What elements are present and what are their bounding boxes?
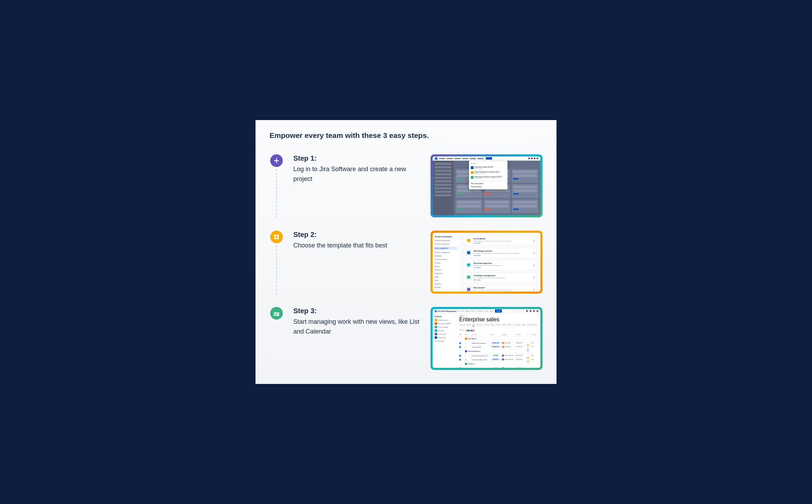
- project-icon: [471, 171, 474, 174]
- column-header[interactable]: Assignee: [502, 334, 514, 335]
- sidebar-project[interactable]: Email campaign: [435, 326, 454, 328]
- sidebar-project[interactable]: Infrastructure: [435, 333, 454, 335]
- svg-rect-14: [276, 313, 277, 314]
- nav-item[interactable]: Your work: [458, 310, 464, 312]
- nav-item[interactable]: Dashboards: [476, 310, 484, 312]
- sidebar-project[interactable]: Engineering: [435, 336, 454, 339]
- sidebar-item[interactable]: Work management: [434, 247, 457, 250]
- tab[interactable]: Summary: [459, 324, 465, 326]
- topbar-icon[interactable]: [533, 310, 535, 312]
- project-icon: [435, 329, 437, 332]
- sidebar-item[interactable]: Operations: [435, 273, 457, 274]
- sidebar-item[interactable]: Human resources: [435, 259, 457, 260]
- column-header[interactable]: Due date: [516, 334, 525, 335]
- sidebar-item[interactable]: Personal: [435, 269, 457, 271]
- sidebar-item[interactable]: Design: [435, 266, 457, 267]
- template-card[interactable]: Go-to-MarketConfidently go-to-market lau…: [463, 236, 537, 246]
- column-header[interactable]: Summary: [472, 334, 489, 335]
- template-link[interactable]: See details: [474, 242, 531, 244]
- tab[interactable]: Apps: [522, 324, 525, 326]
- tab[interactable]: Timeline: [484, 324, 489, 326]
- tab[interactable]: Calendar: [476, 324, 482, 326]
- topbar-icon[interactable]: [530, 310, 531, 312]
- create-project[interactable]: Create project: [471, 186, 506, 188]
- projects-dropdown[interactable]: RECENTSoftware Project (PLAT)Software pr…: [469, 161, 507, 189]
- nav-item[interactable]: Projects: [465, 310, 470, 312]
- step-title: Step 1:: [293, 154, 421, 162]
- template-icon: [466, 250, 471, 255]
- column-header[interactable]: Category: [531, 334, 538, 335]
- nav-item[interactable]: Filters: [471, 310, 475, 312]
- sidebar-item[interactable]: Product management: [435, 252, 457, 253]
- template-title: Web design process: [474, 250, 531, 252]
- sidebar-item[interactable]: Marketing: [435, 255, 457, 257]
- template-link[interactable]: See details: [474, 254, 531, 256]
- template-link[interactable]: See details: [474, 267, 531, 268]
- avatar: [502, 342, 504, 344]
- dropdown-item[interactable]: Software Project (PLAT)Software project: [471, 165, 506, 170]
- column-header[interactable]: Type: [459, 334, 463, 335]
- template-card[interactable]: Document approvalManage documents from c…: [463, 260, 537, 271]
- table-row[interactable]: 6Compare plansCONTACTINGMax Wang2021-08-…: [459, 345, 538, 349]
- avatar[interactable]: [472, 329, 475, 332]
- sidebar-title: Project templates: [435, 236, 457, 238]
- sidebar-project[interactable]: Recruitment pipeline: [435, 322, 454, 325]
- chevron-right-icon: [533, 289, 535, 291]
- group-row[interactable]: Max Wang 2: [459, 336, 538, 341]
- group-row[interactable]: Ca Tao 2: [459, 362, 538, 366]
- nav-item[interactable]: Apps: [490, 310, 493, 312]
- dropdown-item[interactable]: Marketing Software Support (MCS)Software…: [471, 175, 506, 180]
- topbar-icon[interactable]: [537, 310, 538, 312]
- column-header[interactable]: P: [526, 334, 530, 335]
- column-header[interactable]: Status: [491, 334, 500, 335]
- template-desc: Monitor candidates using kanban flow fro…: [474, 289, 531, 291]
- priority-icon: =: [526, 342, 528, 344]
- svg-rect-5: [277, 237, 279, 239]
- avatar: [465, 350, 467, 352]
- search-label[interactable]: Search: [459, 329, 464, 331]
- dropdown-header: RECENT: [471, 162, 506, 164]
- view-all-projects[interactable]: View all projects: [471, 182, 506, 184]
- search-input[interactable]: [510, 310, 524, 312]
- sidebar-item[interactable]: Service management: [435, 243, 457, 245]
- card-title: Empower every team with these 3 easy ste…: [270, 131, 542, 140]
- tab[interactable]: Issues: [502, 324, 506, 326]
- template-card[interactable]: Web design processGet designers and deve…: [463, 248, 537, 258]
- template-card[interactable]: Campaign managementDrive a marketing cam…: [463, 272, 537, 283]
- table-row[interactable]: 15Expand edit handlingTO DOCa Tao2021-07…: [459, 366, 538, 368]
- view-all-projects[interactable]: View all projects: [435, 340, 454, 342]
- table-row[interactable]: 7Post-mortem report on churnCLOSINGAmar …: [459, 354, 538, 358]
- tab[interactable]: Reports: [508, 324, 513, 326]
- group-row[interactable]: Amar Sundaram 2: [459, 349, 538, 354]
- status-badge: DRAFTING: [491, 358, 500, 360]
- sidebar-project[interactable]: Enterprise sales: [435, 319, 454, 321]
- sidebar-project[interactable]: Marketing: [435, 329, 454, 332]
- create-button[interactable]: Create: [495, 309, 502, 313]
- nav-item[interactable]: People: [484, 310, 489, 312]
- tab[interactable]: List: [472, 324, 475, 327]
- table-row[interactable]: 10Create new page variantDRAFTINGAmar Su…: [459, 358, 538, 362]
- table-row[interactable]: 5Update new pricing tierCONTACTINGMax Wa…: [459, 341, 538, 345]
- dropdown-item[interactable]: Work Management Project (MC)Business pro…: [471, 170, 506, 175]
- tab[interactable]: Pages: [497, 324, 500, 326]
- priority-icon: ↑: [526, 368, 528, 368]
- sidebar-item[interactable]: Software development: [435, 240, 457, 241]
- sidebar-item[interactable]: Facilities: [435, 287, 457, 288]
- template-link[interactable]: See details: [474, 279, 531, 281]
- screenshot-thumbnail: RECENTSoftware Project (PLAT)Software pr…: [430, 154, 542, 217]
- tab[interactable]: Board: [467, 324, 471, 326]
- template-link[interactable]: See details: [474, 291, 531, 292]
- sidebar-item[interactable]: Sales: [435, 280, 457, 281]
- sidebar-item[interactable]: Analytics: [435, 283, 457, 285]
- tab[interactable]: Project settings: [527, 324, 537, 326]
- sidebar-item[interactable]: Legal: [435, 276, 457, 278]
- topbar-icon[interactable]: [526, 310, 528, 312]
- tab[interactable]: Forms: [491, 324, 495, 326]
- sidebar-item[interactable]: Finance: [435, 262, 457, 264]
- tab[interactable]: Shortcuts: [515, 324, 521, 326]
- issue-type-icon: [459, 359, 461, 360]
- template-card[interactable]: RecruitmentMonitor candidates using kanb…: [463, 285, 537, 292]
- svg-rect-6: [467, 239, 470, 242]
- project-icon: [471, 166, 474, 169]
- column-header[interactable]: Key: [465, 334, 470, 335]
